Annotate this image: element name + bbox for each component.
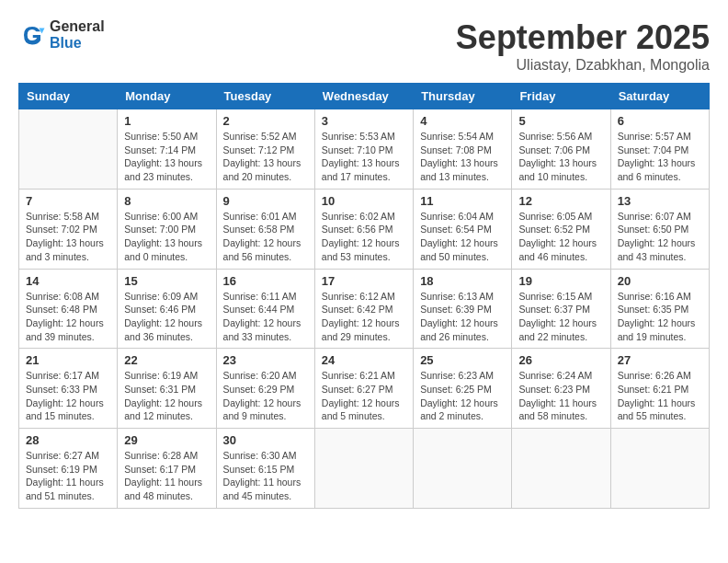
day-info: Sunrise: 5:54 AM Sunset: 7:08 PM Dayligh… [420, 130, 505, 184]
day-info: Sunrise: 6:07 AM Sunset: 6:50 PM Dayligh… [618, 210, 702, 264]
day-number: 4 [420, 114, 505, 128]
calendar-cell: 29Sunrise: 6:28 AM Sunset: 6:17 PM Dayli… [118, 429, 216, 509]
calendar-cell: 9Sunrise: 6:01 AM Sunset: 6:58 PM Daylig… [216, 189, 314, 269]
calendar-cell: 20Sunrise: 6:16 AM Sunset: 6:35 PM Dayli… [610, 269, 709, 349]
day-number: 12 [518, 194, 603, 208]
day-info: Sunrise: 6:28 AM Sunset: 6:17 PM Dayligh… [124, 449, 209, 503]
day-info: Sunrise: 5:50 AM Sunset: 7:14 PM Dayligh… [124, 130, 209, 184]
calendar-week-row: 7Sunrise: 5:58 AM Sunset: 7:02 PM Daylig… [19, 189, 710, 269]
day-number: 27 [618, 353, 702, 367]
day-number: 18 [420, 274, 505, 288]
logo-text: General Blue [50, 18, 105, 51]
day-number: 29 [124, 433, 209, 447]
day-number: 30 [223, 433, 308, 447]
location: Uliastay, Dzabkhan, Mongolia [456, 57, 710, 74]
weekday-header: Thursday [414, 84, 512, 109]
day-number: 20 [618, 274, 702, 288]
calendar-cell: 14Sunrise: 6:08 AM Sunset: 6:48 PM Dayli… [19, 269, 118, 349]
day-info: Sunrise: 6:01 AM Sunset: 6:58 PM Dayligh… [223, 210, 308, 264]
day-info: Sunrise: 6:15 AM Sunset: 6:37 PM Dayligh… [518, 290, 603, 344]
calendar-cell: 23Sunrise: 6:20 AM Sunset: 6:29 PM Dayli… [216, 349, 314, 429]
day-info: Sunrise: 6:23 AM Sunset: 6:25 PM Dayligh… [420, 369, 505, 423]
day-info: Sunrise: 5:56 AM Sunset: 7:06 PM Dayligh… [518, 130, 603, 184]
day-info: Sunrise: 5:52 AM Sunset: 7:12 PM Dayligh… [223, 130, 308, 184]
day-number: 21 [26, 353, 110, 367]
day-number: 13 [618, 194, 702, 208]
weekday-header: Tuesday [216, 84, 314, 109]
day-info: Sunrise: 6:20 AM Sunset: 6:29 PM Dayligh… [223, 369, 308, 423]
day-info: Sunrise: 6:09 AM Sunset: 6:46 PM Dayligh… [124, 290, 209, 344]
calendar-cell: 18Sunrise: 6:13 AM Sunset: 6:39 PM Dayli… [414, 269, 512, 349]
calendar-cell: 15Sunrise: 6:09 AM Sunset: 6:46 PM Dayli… [118, 269, 216, 349]
day-info: Sunrise: 6:00 AM Sunset: 7:00 PM Dayligh… [124, 210, 209, 264]
calendar-cell [512, 429, 610, 509]
day-info: Sunrise: 6:17 AM Sunset: 6:33 PM Dayligh… [26, 369, 110, 423]
calendar-cell: 26Sunrise: 6:24 AM Sunset: 6:23 PM Dayli… [512, 349, 610, 429]
calendar-week-row: 21Sunrise: 6:17 AM Sunset: 6:33 PM Dayli… [19, 349, 710, 429]
calendar-cell: 28Sunrise: 6:27 AM Sunset: 6:19 PM Dayli… [19, 429, 118, 509]
calendar-cell: 8Sunrise: 6:00 AM Sunset: 7:00 PM Daylig… [118, 189, 216, 269]
day-info: Sunrise: 6:11 AM Sunset: 6:44 PM Dayligh… [223, 290, 308, 344]
logo: General Blue [18, 18, 105, 51]
day-number: 1 [124, 114, 209, 128]
calendar-week-row: 28Sunrise: 6:27 AM Sunset: 6:19 PM Dayli… [19, 429, 710, 509]
calendar-cell [19, 109, 118, 190]
calendar-cell: 11Sunrise: 6:04 AM Sunset: 6:54 PM Dayli… [414, 189, 512, 269]
day-number: 15 [124, 274, 209, 288]
day-number: 3 [322, 114, 406, 128]
calendar-cell: 10Sunrise: 6:02 AM Sunset: 6:56 PM Dayli… [314, 189, 413, 269]
day-number: 14 [26, 274, 110, 288]
day-info: Sunrise: 6:24 AM Sunset: 6:23 PM Dayligh… [518, 369, 603, 423]
calendar-cell: 19Sunrise: 6:15 AM Sunset: 6:37 PM Dayli… [512, 269, 610, 349]
weekday-header: Wednesday [314, 84, 413, 109]
calendar-cell [414, 429, 512, 509]
calendar-cell [314, 429, 413, 509]
day-number: 26 [518, 353, 603, 367]
calendar-cell: 27Sunrise: 6:26 AM Sunset: 6:21 PM Dayli… [610, 349, 709, 429]
day-info: Sunrise: 6:05 AM Sunset: 6:52 PM Dayligh… [518, 210, 603, 264]
day-info: Sunrise: 6:02 AM Sunset: 6:56 PM Dayligh… [322, 210, 406, 264]
day-number: 10 [322, 194, 406, 208]
logo-icon [18, 21, 46, 49]
weekday-header: Friday [512, 84, 610, 109]
page-header: General Blue September 2025 Uliastay, Dz… [18, 18, 710, 74]
day-number: 19 [518, 274, 603, 288]
calendar-cell: 2Sunrise: 5:52 AM Sunset: 7:12 PM Daylig… [216, 109, 314, 190]
day-number: 11 [420, 194, 505, 208]
day-info: Sunrise: 6:13 AM Sunset: 6:39 PM Dayligh… [420, 290, 505, 344]
day-number: 6 [618, 114, 702, 128]
calendar-cell: 30Sunrise: 6:30 AM Sunset: 6:15 PM Dayli… [216, 429, 314, 509]
day-number: 23 [223, 353, 308, 367]
day-info: Sunrise: 6:08 AM Sunset: 6:48 PM Dayligh… [26, 290, 110, 344]
day-info: Sunrise: 5:57 AM Sunset: 7:04 PM Dayligh… [618, 130, 702, 184]
calendar-cell: 1Sunrise: 5:50 AM Sunset: 7:14 PM Daylig… [118, 109, 216, 190]
day-number: 22 [124, 353, 209, 367]
weekday-header: Monday [118, 84, 216, 109]
day-number: 24 [322, 353, 406, 367]
calendar-cell: 13Sunrise: 6:07 AM Sunset: 6:50 PM Dayli… [610, 189, 709, 269]
calendar-cell: 3Sunrise: 5:53 AM Sunset: 7:10 PM Daylig… [314, 109, 413, 190]
weekday-header: Sunday [19, 84, 118, 109]
day-info: Sunrise: 6:19 AM Sunset: 6:31 PM Dayligh… [124, 369, 209, 423]
day-info: Sunrise: 6:21 AM Sunset: 6:27 PM Dayligh… [322, 369, 406, 423]
day-number: 8 [124, 194, 209, 208]
weekday-header: Saturday [610, 84, 709, 109]
calendar-body: 1Sunrise: 5:50 AM Sunset: 7:14 PM Daylig… [19, 109, 710, 509]
day-info: Sunrise: 5:53 AM Sunset: 7:10 PM Dayligh… [322, 130, 406, 184]
calendar-cell [610, 429, 709, 509]
calendar-cell: 22Sunrise: 6:19 AM Sunset: 6:31 PM Dayli… [118, 349, 216, 429]
day-info: Sunrise: 6:16 AM Sunset: 6:35 PM Dayligh… [618, 290, 702, 344]
calendar-week-row: 1Sunrise: 5:50 AM Sunset: 7:14 PM Daylig… [19, 109, 710, 190]
day-info: Sunrise: 5:58 AM Sunset: 7:02 PM Dayligh… [26, 210, 110, 264]
calendar-cell: 7Sunrise: 5:58 AM Sunset: 7:02 PM Daylig… [19, 189, 118, 269]
calendar-cell: 6Sunrise: 5:57 AM Sunset: 7:04 PM Daylig… [610, 109, 709, 190]
day-number: 16 [223, 274, 308, 288]
day-info: Sunrise: 6:12 AM Sunset: 6:42 PM Dayligh… [322, 290, 406, 344]
day-info: Sunrise: 6:04 AM Sunset: 6:54 PM Dayligh… [420, 210, 505, 264]
calendar-header-row: SundayMondayTuesdayWednesdayThursdayFrid… [19, 84, 710, 109]
day-number: 17 [322, 274, 406, 288]
day-number: 9 [223, 194, 308, 208]
calendar-week-row: 14Sunrise: 6:08 AM Sunset: 6:48 PM Dayli… [19, 269, 710, 349]
day-number: 5 [518, 114, 603, 128]
day-number: 2 [223, 114, 308, 128]
